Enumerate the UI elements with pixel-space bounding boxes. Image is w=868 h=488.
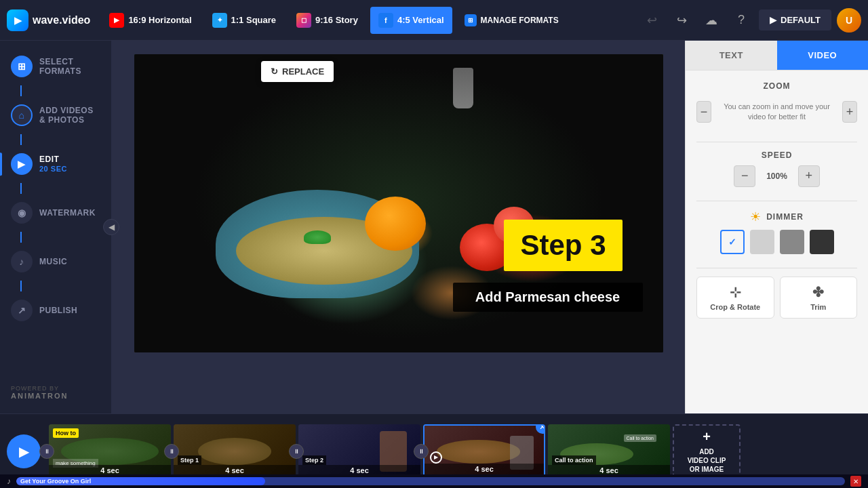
- clip-3-pause[interactable]: ⏸: [289, 444, 304, 459]
- sidebar-item-edit[interactable]: ▶ EDIT 20 sec: [0, 145, 111, 183]
- clip-4[interactable]: ✕ ▶ 4 sec: [423, 424, 545, 479]
- cloud-save-button[interactable]: ☁: [699, 8, 724, 33]
- crop-rotate-label: Crop & Rotate: [710, 303, 760, 311]
- divider-3: [696, 268, 857, 268]
- zoom-controls: − You can zoom in and move your video fo…: [696, 96, 857, 128]
- sidebar-item-select-formats[interactable]: ⊞ SELECT FORMATS: [0, 47, 111, 85]
- add-clip-button[interactable]: + ADD VIDEO CLIP OR IMAGE: [673, 424, 741, 479]
- right-panel: TEXT VIDEO ZOOM − You can zoom in and mo…: [685, 41, 868, 413]
- zoom-in-button[interactable]: +: [842, 101, 857, 123]
- swatch-dark[interactable]: [810, 230, 834, 254]
- tab-video[interactable]: VIDEO: [777, 41, 869, 70]
- logo-text: wave.video: [33, 14, 90, 26]
- youtube-icon: ▶: [109, 13, 124, 28]
- watermark-label: WATERMARK: [39, 208, 96, 218]
- step3-box: Step 3: [504, 220, 622, 271]
- color-swatches: [696, 230, 857, 254]
- select-formats-label: SELECT FORMATS: [39, 57, 100, 77]
- swatch-outline[interactable]: [720, 230, 745, 254]
- clip-5[interactable]: Call to action Call to action 4 sec: [548, 424, 670, 479]
- clip-1-overlay: How to: [53, 428, 79, 438]
- speed-controls: − 100% +: [696, 165, 857, 187]
- crop-icon: ⊹: [730, 284, 741, 300]
- clip-2-pause[interactable]: ⏸: [164, 444, 179, 459]
- manage-formats-button[interactable]: ⊞ MANAGE FORMATS: [456, 7, 567, 34]
- tab-story[interactable]: ◻ 9:16 Story: [288, 7, 366, 34]
- clip-3[interactable]: Step 2 4 sec: [298, 424, 420, 479]
- tab-horizontal[interactable]: ▶ 16:9 Horizontal: [101, 7, 199, 34]
- sidebar-item-watermark[interactable]: ◉ WATERMARK: [0, 194, 111, 232]
- default-label: DEFAULT: [781, 15, 821, 25]
- clip-1[interactable]: How to make something 4 sec: [49, 424, 171, 479]
- music-stop-button[interactable]: ✕: [850, 476, 861, 487]
- play-button[interactable]: ▶: [7, 434, 41, 468]
- replace-button[interactable]: ↻ REPLACE: [261, 61, 334, 82]
- divider-2: [696, 201, 857, 201]
- speed-value: 100%: [766, 171, 787, 181]
- redo-icon: ↪: [677, 13, 687, 28]
- undo-icon: ↩: [647, 13, 657, 28]
- crop-rotate-button[interactable]: ⊹ Crop & Rotate: [696, 277, 774, 319]
- trim-icon: ✤: [812, 284, 824, 300]
- sidebar-connector-4: [20, 232, 22, 243]
- tab-text[interactable]: TEXT: [686, 41, 777, 70]
- music-title: Get Your Groove On Girl: [20, 478, 91, 485]
- zoom-label: ZOOM: [696, 81, 857, 91]
- select-formats-icon: ⊞: [11, 56, 33, 77]
- swatch-light[interactable]: [750, 230, 774, 254]
- dimmer-label: DIMMER: [766, 212, 804, 222]
- add-clip-label: ADD VIDEO CLIP OR IMAGE: [688, 447, 726, 474]
- trim-button[interactable]: ✤ Trim: [780, 277, 858, 319]
- divider-1: [696, 142, 857, 142]
- zoom-out-button[interactable]: −: [696, 101, 711, 123]
- cloud-icon: ☁: [705, 13, 717, 28]
- clip-1-pause[interactable]: ⏸: [39, 444, 54, 459]
- clip-4-play-btn[interactable]: ▶: [430, 451, 442, 464]
- collapse-icon: ◀: [108, 222, 115, 232]
- tab-vertical[interactable]: f 4:5 Vertical: [370, 7, 452, 34]
- watermark-icon: ◉: [11, 202, 33, 224]
- undo-button[interactable]: ↩: [639, 8, 664, 33]
- zoom-section: ZOOM − You can zoom in and move your vid…: [696, 81, 857, 128]
- speed-decrease-button[interactable]: −: [734, 165, 755, 187]
- music-track[interactable]: Get Your Groove On Girl: [16, 477, 845, 485]
- speed-increase-button[interactable]: +: [798, 165, 820, 187]
- avatar[interactable]: U: [837, 8, 861, 33]
- play-icon: ▶: [19, 443, 29, 460]
- help-icon: ?: [738, 13, 745, 27]
- sidebar-collapse-button[interactable]: ◀: [103, 219, 119, 235]
- sidebar-connector-1: [20, 85, 22, 96]
- sidebar-item-add-videos[interactable]: ⌂ ADD VIDEOS & PHOTOS: [0, 96, 111, 134]
- help-button[interactable]: ?: [729, 8, 753, 33]
- sidebar-item-publish[interactable]: ↗ PUBLISH: [0, 291, 111, 329]
- publish-label: PUBLISH: [39, 306, 77, 315]
- step3-text: Step 3: [520, 229, 606, 262]
- logo-icon: ▶: [7, 9, 28, 31]
- music-label: MUSIC: [39, 257, 67, 266]
- tab-square-label: 1:1 Square: [231, 15, 276, 25]
- salt-shaker-visual: [453, 68, 473, 108]
- tab-story-label: 9:16 Story: [315, 15, 358, 25]
- tab-horizontal-label: 16:9 Horizontal: [128, 15, 191, 25]
- panel-tabs: TEXT VIDEO: [686, 41, 868, 70]
- sidebar-connector-3: [20, 183, 22, 194]
- swatch-mid[interactable]: [780, 230, 804, 254]
- publish-icon: ↗: [11, 300, 33, 321]
- dimmer-row: ☀ DIMMER: [696, 209, 857, 224]
- add-plus-icon: +: [703, 429, 711, 445]
- tab-square[interactable]: ✦ 1:1 Square: [204, 7, 284, 34]
- clip-4-duration: 4 sec: [425, 464, 544, 474]
- default-button[interactable]: ▶ DEFAULT: [759, 9, 831, 30]
- sidebar-item-music[interactable]: ♪ MUSIC: [0, 243, 111, 281]
- cheese-bar: Add Parmesan cheese: [453, 283, 643, 312]
- instagram-icon: ◻: [296, 13, 311, 28]
- manage-formats-label: MANAGE FORMATS: [481, 16, 559, 25]
- dimmer-section: ☀ DIMMER: [696, 209, 857, 254]
- redo-button[interactable]: ↪: [669, 8, 694, 33]
- topbar: ▶ wave.video ▶ 16:9 Horizontal ✦ 1:1 Squ…: [0, 0, 868, 41]
- app-logo: ▶ wave.video: [7, 9, 90, 31]
- orange-visual: [365, 197, 426, 251]
- clip-2[interactable]: Step 1 4 sec: [174, 424, 296, 479]
- clip-4-pause[interactable]: ⏸: [414, 444, 429, 459]
- timeline-clips: How to make something 4 sec ⏸ Step 1 4 s…: [49, 421, 861, 482]
